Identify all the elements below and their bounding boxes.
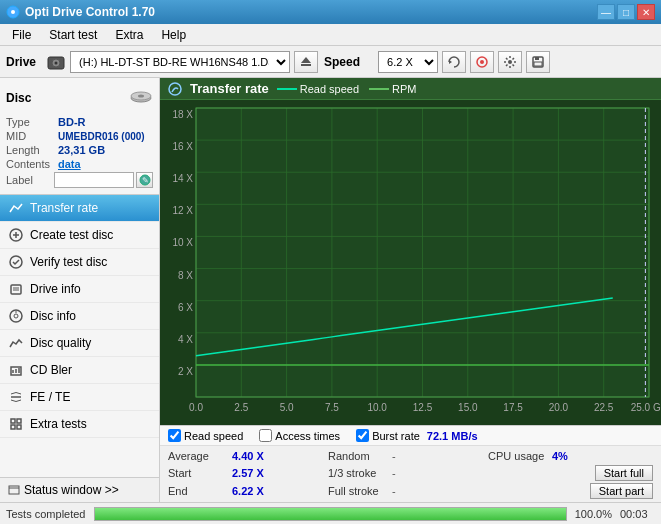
burst-rate-checkbox-item[interactable]: Burst rate 72.1 MB/s (356, 429, 477, 442)
nav-item-disc-info[interactable]: Disc info (0, 303, 159, 330)
menu-start-test[interactable]: Start test (41, 26, 105, 44)
disc-contents-value[interactable]: data (58, 158, 81, 170)
access-times-checkbox-item[interactable]: Access times (259, 429, 340, 442)
eject-button[interactable] (294, 51, 318, 73)
read-speed-label: Read speed (184, 430, 243, 442)
stat-random-value: - (392, 450, 432, 462)
disc-header: Disc (6, 84, 153, 112)
nav-item-transfer-rate[interactable]: Transfer rate (0, 195, 159, 222)
stat-start-row: Start 2.57 X (168, 465, 328, 481)
menu-extra[interactable]: Extra (107, 26, 151, 44)
main-area: Disc Type BD-R MID UMEBDR016 (000) Leng (0, 78, 661, 502)
chart-icon (168, 82, 182, 96)
disc-label-label: Label (6, 174, 54, 186)
nav-label-verify-test-disc: Verify test disc (30, 255, 107, 269)
settings-button[interactable] (498, 51, 522, 73)
start-part-container: Start part (488, 483, 653, 499)
nav-item-verify-test-disc[interactable]: Verify test disc (0, 249, 159, 276)
settings-icon (503, 55, 517, 69)
access-times-checkbox[interactable] (259, 429, 272, 442)
menu-help[interactable]: Help (153, 26, 194, 44)
drive-info-icon (8, 281, 24, 297)
legend-rpm-line (369, 88, 389, 90)
refresh-icon (447, 55, 461, 69)
stat-average-row: Average 4.40 X (168, 449, 328, 463)
stat-stroke13-row: 1/3 stroke - (328, 465, 488, 481)
start-part-button[interactable]: Start part (590, 483, 653, 499)
chart-title: Transfer rate (190, 81, 269, 96)
nav-item-disc-quality[interactable]: Disc quality (0, 330, 159, 357)
legend-read-speed-label: Read speed (300, 83, 359, 95)
svg-rect-13 (534, 62, 542, 66)
drive-select: (H:) HL-DT-ST BD-RE WH16NS48 1.D3 (46, 51, 318, 73)
stat-start-value: 2.57 X (232, 467, 272, 479)
disc-label-row: Label ✎ (6, 172, 153, 188)
disc-type-label: Type (6, 116, 58, 128)
app-title: Opti Drive Control 1.70 (25, 5, 155, 19)
drive-label: Drive (6, 55, 36, 69)
svg-point-4 (55, 61, 58, 64)
disc-label-btn[interactable]: ✎ (136, 172, 153, 188)
disc-type-row: Type BD-R (6, 116, 153, 128)
legend-rpm-label: RPM (392, 83, 416, 95)
burst-rate-label: Burst rate (372, 430, 420, 442)
disc-mid-row: MID UMEBDR016 (000) (6, 130, 153, 142)
chart-bottom-section: Read speed Access times Burst rate 72.1 … (160, 425, 661, 502)
nav-item-cd-bler[interactable]: CD Bler (0, 357, 159, 384)
access-times-label: Access times (275, 430, 340, 442)
nav-label-disc-quality: Disc quality (30, 336, 91, 350)
menu-file[interactable]: File (4, 26, 39, 44)
stat-stroke13-value: - (392, 467, 432, 479)
nav-item-create-test-disc[interactable]: Create test disc (0, 222, 159, 249)
fe-te-icon (8, 389, 24, 405)
stat-start-label: Start (168, 467, 228, 479)
verify-test-disc-icon (8, 254, 24, 270)
svg-rect-37 (17, 425, 21, 429)
burst-rate-checkbox[interactable] (356, 429, 369, 442)
chart-header: Transfer rate Read speed RPM (160, 78, 661, 100)
disc-label-input[interactable] (54, 172, 134, 188)
minimize-button[interactable]: — (597, 4, 615, 20)
speed-refresh-button[interactable] (442, 51, 466, 73)
stat-cpu-value: 4% (552, 450, 592, 462)
save-button[interactable] (526, 51, 550, 73)
burn-button[interactable] (470, 51, 494, 73)
title-bar: Opti Drive Control 1.70 — □ ✕ (0, 0, 661, 24)
burst-rate-value: 72.1 MB/s (427, 430, 478, 442)
nav-item-drive-info[interactable]: Drive info (0, 276, 159, 303)
chart-content-area: Transfer rate Read speed RPM (160, 78, 661, 502)
app-icon (6, 5, 20, 19)
svg-point-9 (480, 60, 484, 64)
read-speed-checkbox[interactable] (168, 429, 181, 442)
progress-bar-container (94, 507, 567, 521)
nav-item-extra-tests[interactable]: Extra tests (0, 411, 159, 438)
stat-end-value: 6.22 X (232, 485, 272, 497)
maximize-button[interactable]: □ (617, 4, 635, 20)
speed-dropdown[interactable]: 6.2 X (378, 51, 438, 73)
stat-random-row: Random - (328, 449, 488, 463)
title-bar-controls: — □ ✕ (597, 4, 655, 20)
close-button[interactable]: ✕ (637, 4, 655, 20)
burn-icon (475, 55, 489, 69)
progress-bar-fill (95, 508, 566, 520)
disc-contents-row: Contents data (6, 158, 153, 170)
disc-quality-icon (8, 335, 24, 351)
stat-random-label: Random (328, 450, 388, 462)
toolbar: Drive (H:) HL-DT-ST BD-RE WH16NS48 1.D3 … (0, 46, 661, 78)
transfer-rate-icon (8, 200, 24, 216)
read-speed-checkbox-item[interactable]: Read speed (168, 429, 243, 442)
status-window-button[interactable]: Status window >> (0, 477, 159, 502)
svg-rect-35 (17, 419, 21, 423)
menu-bar: File Start test Extra Help (0, 24, 661, 46)
stats-section: Average 4.40 X Random - CPU usage 4% (160, 446, 661, 502)
nav-label-cd-bler: CD Bler (30, 363, 72, 377)
nav-item-fe-te[interactable]: FE / TE (0, 384, 159, 411)
drive-dropdown[interactable]: (H:) HL-DT-ST BD-RE WH16NS48 1.D3 (70, 51, 290, 73)
nav-menu: Transfer rate Create test disc Verify te… (0, 195, 159, 477)
start-full-button[interactable]: Start full (595, 465, 653, 481)
stat-average-value: 4.40 X (232, 450, 272, 462)
stat-end-label: End (168, 485, 228, 497)
disc-info-icon (8, 308, 24, 324)
stat-cpu-label: CPU usage (488, 450, 548, 462)
svg-point-27 (14, 314, 18, 318)
